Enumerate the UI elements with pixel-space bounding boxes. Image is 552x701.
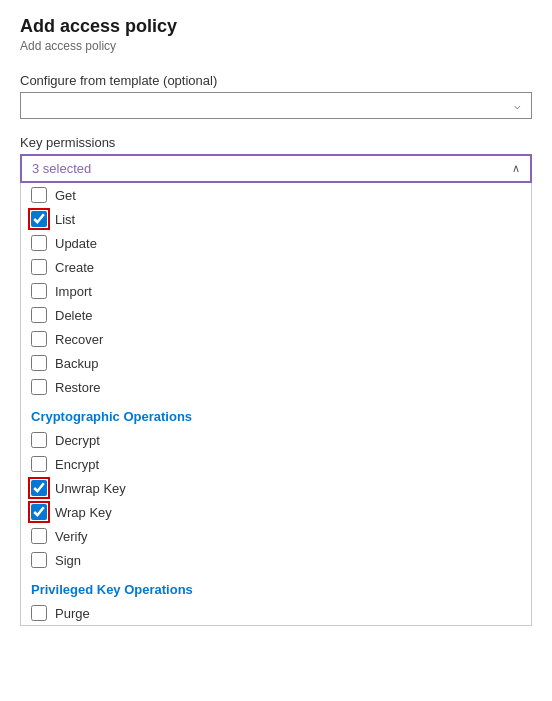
list-item: Unwrap Key (21, 476, 531, 500)
checkbox-label-delete[interactable]: Delete (55, 308, 93, 323)
list-item: Get (21, 183, 531, 207)
checkbox-import[interactable] (31, 283, 47, 299)
permissions-label: Key permissions (20, 135, 532, 150)
list-item: Import (21, 279, 531, 303)
checkbox-label-purge[interactable]: Purge (55, 606, 90, 621)
checkbox-label-update[interactable]: Update (55, 236, 97, 251)
list-item: Create (21, 255, 531, 279)
list-item: Verify (21, 524, 531, 548)
checkbox-wrapper-recover (31, 331, 47, 347)
checkbox-wrapper-wrapkey (31, 504, 47, 520)
checkbox-create[interactable] (31, 259, 47, 275)
checkbox-label-decrypt[interactable]: Decrypt (55, 433, 100, 448)
checkbox-wrapper-verify (31, 528, 47, 544)
checkbox-wrapper-unwrapkey (31, 480, 47, 496)
section-header-privileged: Privileged Key Operations (21, 574, 531, 601)
checkbox-sign[interactable] (31, 552, 47, 568)
checkbox-wrapper-import (31, 283, 47, 299)
checkbox-get[interactable] (31, 187, 47, 203)
section-key-management: GetListUpdateCreateImportDeleteRecoverBa… (21, 183, 531, 399)
checkbox-label-wrapkey[interactable]: Wrap Key (55, 505, 112, 520)
chevron-down-icon: ⌵ (514, 99, 521, 112)
list-item: Sign (21, 548, 531, 572)
section-cryptographic: Cryptographic OperationsDecryptEncryptUn… (21, 401, 531, 572)
list-item: Encrypt (21, 452, 531, 476)
page-subtitle: Add access policy (20, 39, 532, 53)
permissions-dropdown[interactable]: 3 selected ∧ (20, 154, 532, 183)
checkbox-wrapper-list (31, 211, 47, 227)
checkbox-wrapper-get (31, 187, 47, 203)
checkbox-update[interactable] (31, 235, 47, 251)
list-item: List (21, 207, 531, 231)
checkbox-recover[interactable] (31, 331, 47, 347)
list-item: Restore (21, 375, 531, 399)
checkbox-label-list[interactable]: List (55, 212, 75, 227)
list-item: Backup (21, 351, 531, 375)
checkbox-wrapkey[interactable] (31, 504, 47, 520)
checkbox-delete[interactable] (31, 307, 47, 323)
template-dropdown[interactable]: ⌵ (20, 92, 532, 119)
list-item: Decrypt (21, 428, 531, 452)
checkbox-label-restore[interactable]: Restore (55, 380, 101, 395)
checkbox-wrapper-purge (31, 605, 47, 621)
template-label: Configure from template (optional) (20, 73, 532, 88)
checkbox-label-get[interactable]: Get (55, 188, 76, 203)
permissions-scroll: GetListUpdateCreateImportDeleteRecoverBa… (20, 183, 532, 626)
checkbox-wrapper-delete (31, 307, 47, 323)
checkbox-label-sign[interactable]: Sign (55, 553, 81, 568)
checkbox-wrapper-encrypt (31, 456, 47, 472)
checkbox-backup[interactable] (31, 355, 47, 371)
checkbox-restore[interactable] (31, 379, 47, 395)
page-title: Add access policy (20, 16, 532, 37)
section-privileged: Privileged Key OperationsPurge (21, 574, 531, 625)
checkbox-label-verify[interactable]: Verify (55, 529, 88, 544)
page-container: Add access policy Add access policy Conf… (0, 0, 552, 642)
checkbox-wrapper-update (31, 235, 47, 251)
checkbox-verify[interactable] (31, 528, 47, 544)
checkbox-purge[interactable] (31, 605, 47, 621)
chevron-up-icon: ∧ (512, 162, 520, 175)
checkbox-decrypt[interactable] (31, 432, 47, 448)
checkbox-label-recover[interactable]: Recover (55, 332, 103, 347)
checkbox-label-encrypt[interactable]: Encrypt (55, 457, 99, 472)
section-header-cryptographic: Cryptographic Operations (21, 401, 531, 428)
checkbox-encrypt[interactable] (31, 456, 47, 472)
checkbox-list[interactable] (31, 211, 47, 227)
checkbox-wrapper-create (31, 259, 47, 275)
checkbox-wrapper-restore (31, 379, 47, 395)
list-item: Recover (21, 327, 531, 351)
checkbox-label-unwrapkey[interactable]: Unwrap Key (55, 481, 126, 496)
checkbox-label-create[interactable]: Create (55, 260, 94, 275)
checkbox-wrapper-backup (31, 355, 47, 371)
checkbox-wrapper-decrypt (31, 432, 47, 448)
checkbox-wrapper-sign (31, 552, 47, 568)
list-item: Purge (21, 601, 531, 625)
list-item: Wrap Key (21, 500, 531, 524)
checkbox-label-backup[interactable]: Backup (55, 356, 98, 371)
list-item: Update (21, 231, 531, 255)
checkbox-unwrapkey[interactable] (31, 480, 47, 496)
checkbox-label-import[interactable]: Import (55, 284, 92, 299)
permissions-selected: 3 selected (32, 161, 91, 176)
list-item: Delete (21, 303, 531, 327)
